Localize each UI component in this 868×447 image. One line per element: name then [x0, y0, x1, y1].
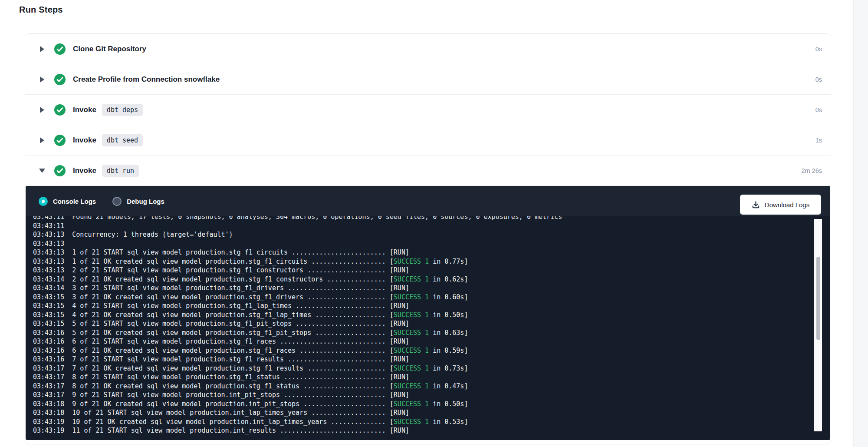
log-timestamp: 03:43:14 — [33, 284, 64, 292]
log-message: 8 of 21 START sql view model production.… — [64, 373, 386, 381]
log-status-bracket: [ — [386, 275, 394, 283]
log-status-suffix: in 0.50s] — [429, 311, 468, 319]
log-status-success: SUCCESS 1 — [394, 418, 429, 426]
log-line: 03:43:15 4 of 21 START sql view model pr… — [33, 301, 813, 311]
radio-selected-icon[interactable] — [39, 197, 48, 206]
log-line: 03:43:15 3 of 21 OK created sql view mod… — [33, 293, 813, 302]
log-timestamp: 03:43:15 — [33, 293, 64, 301]
log-line: 03:43:17 8 of 21 START sql view model pr… — [33, 373, 813, 382]
log-message: 3 of 21 OK created sql view model produc… — [64, 293, 386, 301]
log-status-success: SUCCESS 1 — [394, 275, 429, 283]
step-label: Clone Git Repository — [73, 45, 146, 53]
log-timestamp: 03:43:15 — [33, 311, 64, 319]
log-status-bracket: [ — [386, 364, 394, 372]
log-status-success: SUCCESS 1 — [394, 364, 429, 372]
log-message: 4 of 21 START sql view model production.… — [64, 302, 386, 310]
log-message: 9 of 21 START sql view model production.… — [64, 391, 386, 399]
log-line: 03:43:13 Concurrency: 1 threads (target=… — [33, 230, 813, 239]
log-status-bracket: [RUN] — [386, 302, 409, 310]
chevron-right-icon[interactable] — [39, 76, 45, 83]
log-timestamp: 03:43:11 — [33, 216, 64, 221]
log-status-bracket: [ — [386, 347, 394, 354]
log-status-suffix: in 0.60s] — [429, 293, 468, 301]
log-scrollbar-track[interactable] — [814, 219, 822, 431]
log-viewer[interactable]: 03:43:11 Found 21 models, 17 tests, 0 sn… — [26, 216, 813, 440]
radio-unselected-icon[interactable] — [112, 197, 122, 206]
log-message: 2 of 21 START sql view model production.… — [64, 266, 386, 274]
log-line: 03:43:16 6 of 21 START sql view model pr… — [33, 337, 813, 346]
log-status-bracket: [RUN] — [386, 409, 409, 417]
step-command-badge: dbt seed — [102, 134, 143, 146]
step-row[interactable]: Invokedbt deps0s — [25, 95, 831, 125]
log-status-bracket: [RUN] — [386, 427, 409, 434]
log-status-suffix: in 0.53s] — [429, 418, 468, 426]
step-duration: 0s — [815, 46, 822, 53]
log-scrollbar-thumb[interactable] — [816, 257, 820, 340]
log-status-suffix: in 0.77s] — [429, 258, 468, 265]
log-message: 4 of 21 OK created sql view model produc… — [64, 311, 386, 319]
console-panel: Console LogsDebug Logs Download Logs 03:… — [26, 186, 830, 440]
step-duration: 0s — [815, 106, 822, 113]
log-line: 03:43:13 1 of 21 START sql view model pr… — [33, 248, 813, 257]
log-status-success: SUCCESS 1 — [394, 329, 429, 337]
log-timestamp: 03:43:18 — [33, 409, 64, 417]
chevron-right-icon[interactable] — [39, 46, 45, 52]
status-success-icon — [54, 165, 66, 176]
step-row[interactable]: Invokedbt run2m 26s — [25, 156, 831, 186]
chevron-right-icon[interactable] — [39, 107, 45, 113]
log-message: 7 of 21 START sql view model production.… — [64, 355, 386, 363]
step-label: Invoke — [73, 106, 96, 114]
log-status-bracket: [ — [386, 329, 394, 337]
console-header: Console LogsDebug Logs Download Logs — [26, 186, 830, 216]
step-row[interactable]: Clone Git Repository0s — [25, 34, 831, 64]
run-steps-list: Clone Git Repository0sCreate Profile fro… — [25, 34, 831, 186]
log-message: Concurrency: 1 threads (target='default'… — [64, 231, 233, 238]
step-duration: 0s — [815, 76, 822, 83]
download-logs-button[interactable]: Download Logs — [740, 195, 821, 215]
step-label: Invoke — [73, 136, 96, 145]
log-timestamp: 03:43:16 — [33, 329, 64, 337]
log-status-bracket: [ — [386, 400, 394, 408]
console-logs-radio[interactable]: Console Logs — [39, 197, 96, 206]
log-lines: 03:43:11 Found 21 models, 17 tests, 0 sn… — [33, 216, 813, 435]
log-status-bracket: [ — [386, 258, 394, 265]
log-timestamp: 03:43:15 — [33, 302, 64, 310]
step-command-badge: dbt run — [102, 165, 139, 177]
log-line: 03:43:14 3 of 21 START sql view model pr… — [33, 284, 813, 293]
log-line: 03:43:17 7 of 21 OK created sql view mod… — [33, 364, 813, 373]
debug-logs-radio[interactable]: Debug Logs — [112, 197, 164, 206]
status-success-icon — [54, 104, 66, 116]
step-row[interactable]: Invokedbt seed1s — [25, 125, 831, 156]
log-line: 03:43:14 2 of 21 OK created sql view mod… — [33, 275, 813, 284]
log-status-bracket: [ — [386, 293, 394, 301]
log-timestamp: 03:43:17 — [33, 382, 64, 390]
log-message: 10 of 21 OK created sql view model produ… — [64, 418, 386, 426]
log-status-bracket: [RUN] — [386, 355, 409, 363]
log-status-bracket: [RUN] — [386, 320, 409, 328]
step-row[interactable]: Create Profile from Connection snowflake… — [25, 64, 831, 95]
log-status-success: SUCCESS 1 — [394, 293, 429, 301]
chevron-down-icon[interactable] — [39, 169, 45, 173]
log-line: 03:43:16 6 of 21 OK created sql view mod… — [33, 346, 813, 355]
log-line: 03:43:16 7 of 21 START sql view model pr… — [33, 355, 813, 364]
log-status-bracket: [RUN] — [386, 266, 409, 274]
log-message: 11 of 21 START sql view model production… — [64, 427, 386, 434]
status-success-icon — [54, 74, 66, 85]
log-line: 03:43:13 1 of 21 OK created sql view mod… — [33, 257, 813, 266]
log-message: Found 21 models, 17 tests, 0 snapshots, … — [64, 216, 562, 221]
log-line: 03:43:16 5 of 21 OK created sql view mod… — [33, 328, 813, 338]
log-status-suffix: in 0.62s] — [429, 275, 468, 283]
log-message: 10 of 21 START sql view model production… — [64, 409, 386, 417]
log-message: 2 of 21 OK created sql view model produc… — [64, 275, 386, 283]
log-line: 03:43:17 8 of 21 OK created sql view mod… — [33, 382, 813, 391]
log-line: 03:43:13 — [33, 239, 813, 248]
log-line: 03:43:19 10 of 21 OK created sql view mo… — [33, 417, 813, 427]
download-logs-label: Download Logs — [765, 201, 809, 209]
log-timestamp: 03:43:15 — [33, 320, 64, 328]
log-status-bracket: [RUN] — [386, 391, 409, 399]
log-line: 03:43:18 10 of 21 START sql view model p… — [33, 408, 813, 417]
log-message: 9 of 21 OK created sql view model produc… — [64, 400, 386, 408]
chevron-right-icon[interactable] — [39, 137, 45, 143]
status-success-icon — [54, 135, 66, 146]
log-status-bracket: [RUN] — [386, 284, 409, 292]
